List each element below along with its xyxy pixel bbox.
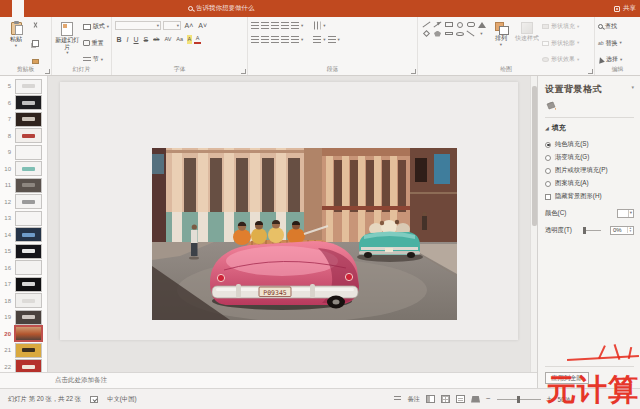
- apply-to-all-button[interactable]: 应用到全部: [545, 372, 589, 384]
- arrow-shape-icon[interactable]: [434, 22, 442, 28]
- slide-thumbnail[interactable]: [15, 95, 42, 110]
- checkbox-icon[interactable]: [545, 194, 551, 200]
- slide-thumbnail[interactable]: [15, 128, 42, 143]
- slide-thumbnail[interactable]: [15, 178, 42, 193]
- slide-sorter-view-icon[interactable]: [441, 395, 450, 403]
- slide-thumbnail[interactable]: [15, 359, 42, 372]
- radio-icon[interactable]: [545, 142, 551, 148]
- zoom-in-icon[interactable]: +: [547, 395, 552, 403]
- ribbon-tab[interactable]: [0, 0, 12, 17]
- ribbon-tab[interactable]: [96, 0, 108, 17]
- slide-thumbnail-row[interactable]: 10: [0, 161, 47, 178]
- fill-option[interactable]: 图片或纹理填充(P): [545, 164, 634, 177]
- copy-icon[interactable]: [32, 40, 39, 47]
- slide-thumbnail[interactable]: [15, 227, 42, 242]
- shape-fill-button[interactable]: 形状填充 ▾: [542, 22, 579, 31]
- slide-canvas[interactable]: P09345: [48, 76, 537, 372]
- pane-options-caret-icon[interactable]: ▾: [631, 83, 634, 90]
- slide-thumbnail[interactable]: [15, 260, 42, 275]
- ribbon-tab[interactable]: [60, 0, 72, 17]
- slide-thumbnail-row[interactable]: 7: [0, 111, 47, 128]
- tell-me-search[interactable]: 告诉我你想要做什么: [188, 0, 255, 17]
- ribbon-tab[interactable]: [12, 0, 24, 17]
- rectangle-shape-icon[interactable]: [445, 22, 453, 27]
- fill-option[interactable]: 隐藏背景图形(H): [545, 190, 634, 203]
- line-shape-icon[interactable]: [423, 22, 431, 28]
- fill-bucket-icon[interactable]: [545, 101, 557, 111]
- oval-shape-icon[interactable]: [457, 22, 463, 28]
- normal-view-icon[interactable]: [426, 395, 435, 403]
- strikethrough-icon[interactable]: S: [142, 35, 150, 44]
- line-spacing-icon[interactable]: [291, 22, 299, 29]
- slide-thumbnail[interactable]: [15, 145, 42, 160]
- shape-effects-button[interactable]: 形状效果 ▾: [542, 55, 579, 64]
- arrange-button[interactable]: 排列 ▾: [490, 20, 512, 66]
- slide-thumbnail[interactable]: [15, 79, 42, 94]
- ribbon-tab[interactable]: [168, 0, 180, 17]
- slide-thumbnail-row[interactable]: 19: [0, 309, 47, 326]
- reset-button[interactable]: 重置: [83, 39, 109, 48]
- slide-thumbnail-row[interactable]: 12: [0, 194, 47, 211]
- radio-icon[interactable]: [545, 155, 551, 161]
- replace-button[interactable]: ab 替换 ▾: [598, 39, 622, 48]
- ribbon-tab[interactable]: [24, 0, 36, 17]
- paragraph-dialog-launcher[interactable]: [411, 69, 416, 74]
- transparency-input[interactable]: 0% ▴▾: [610, 226, 634, 235]
- notes-toggle-label[interactable]: 备注: [407, 395, 420, 404]
- zoom-percentage[interactable]: 50%: [557, 396, 570, 403]
- slide-thumbnail-row[interactable]: 11: [0, 177, 47, 194]
- slide-thumbnail-row[interactable]: 18: [0, 293, 47, 310]
- ribbon-tab[interactable]: [36, 0, 48, 17]
- align-right-icon[interactable]: [271, 36, 279, 43]
- fill-option[interactable]: 纯色填充(S): [545, 138, 634, 151]
- slide-thumbnail[interactable]: [15, 343, 42, 358]
- slide-thumbnail-row[interactable]: 17: [0, 276, 47, 293]
- shapes-more-caret-icon[interactable]: ▾: [480, 32, 482, 36]
- ribbon-tab[interactable]: [48, 0, 60, 17]
- align-text-icon[interactable]: [313, 36, 321, 43]
- share-button[interactable]: 共享: [614, 0, 636, 17]
- clipboard-dialog-launcher[interactable]: [45, 69, 50, 74]
- slider-thumb[interactable]: [583, 227, 586, 234]
- format-painter-icon[interactable]: [32, 59, 39, 64]
- section-button[interactable]: 节 ▾: [83, 55, 109, 64]
- cut-icon[interactable]: [32, 22, 39, 29]
- slide-thumbnail-row[interactable]: 8: [0, 128, 47, 145]
- reading-view-icon[interactable]: [456, 395, 465, 403]
- paste-button[interactable]: 粘贴 ▾: [3, 20, 29, 66]
- align-left-icon[interactable]: [251, 36, 259, 43]
- new-slide-button[interactable]: 新建幻灯片 ▾: [55, 20, 80, 66]
- fill-option[interactable]: 渐变填充(G): [545, 151, 634, 164]
- ribbon-tab[interactable]: [84, 0, 96, 17]
- shapes-gallery[interactable]: ▾: [421, 20, 487, 66]
- slideshow-view-icon[interactable]: [471, 396, 480, 403]
- font-color-icon[interactable]: A: [194, 35, 201, 44]
- highlight-color-icon[interactable]: A: [187, 35, 193, 44]
- layout-button[interactable]: 版式 ▾: [83, 22, 109, 31]
- diamond-shape-icon[interactable]: [423, 30, 430, 37]
- spinner[interactable]: ▴▾: [627, 227, 633, 233]
- ribbon-tab[interactable]: [72, 0, 84, 17]
- canvas-vertical-scrollbar[interactable]: [530, 76, 537, 372]
- rounded-rectangle-shape-icon[interactable]: [467, 22, 475, 27]
- justify-icon[interactable]: [281, 36, 289, 43]
- slide-surface[interactable]: P09345: [60, 82, 518, 340]
- shape-outline-button[interactable]: 形状轮廓 ▾: [542, 39, 579, 48]
- bullets-icon[interactable]: [251, 22, 259, 29]
- slide-thumbnail[interactable]: [15, 310, 42, 325]
- slide-thumbnail[interactable]: [15, 161, 42, 176]
- zoom-out-icon[interactable]: −: [486, 395, 491, 403]
- slide-thumbnail[interactable]: [15, 244, 42, 259]
- slide-thumbnail[interactable]: [15, 112, 42, 127]
- decrease-indent-icon[interactable]: [271, 22, 279, 29]
- slide-thumbnail[interactable]: [15, 326, 42, 341]
- triangle-shape-icon[interactable]: [478, 22, 486, 28]
- language-indicator[interactable]: 中文(中国): [107, 395, 136, 404]
- slide-thumbnail-row[interactable]: 9: [0, 144, 47, 161]
- slide-thumbnail-row[interactable]: 6: [0, 95, 47, 112]
- slide-photo[interactable]: P09345: [152, 148, 457, 320]
- drawing-dialog-launcher[interactable]: [588, 69, 593, 74]
- ribbon-tab[interactable]: [108, 0, 120, 17]
- font-dialog-launcher[interactable]: [241, 69, 246, 74]
- slide-thumbnail-row[interactable]: 20: [0, 326, 47, 343]
